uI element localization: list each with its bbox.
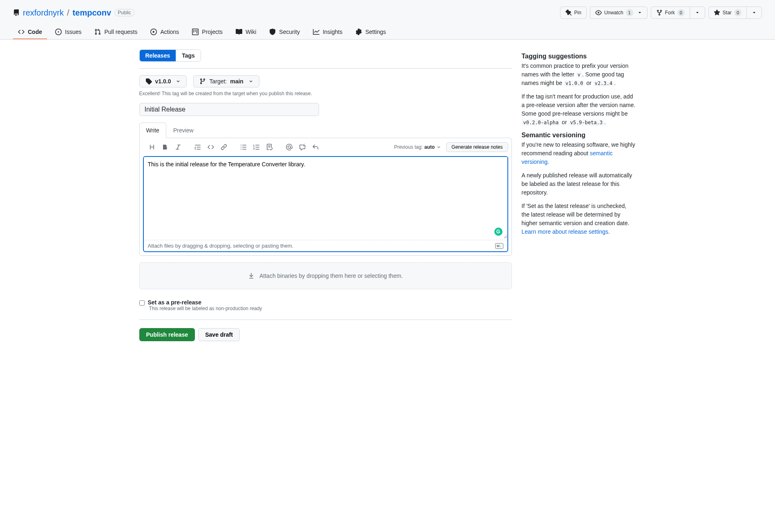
gear-icon — [355, 29, 362, 35]
link-icon[interactable] — [218, 141, 230, 153]
repo-nav: Code Issues Pull requests Actions Projec… — [13, 25, 762, 39]
chevron-down-icon — [637, 10, 642, 15]
chevron-down-icon — [752, 10, 757, 15]
semver-paragraph-3: If 'Set as the latest release' is unchec… — [522, 202, 636, 236]
prerelease-checkbox[interactable] — [139, 300, 145, 306]
book-icon — [236, 29, 242, 35]
semver-paragraph-2: A newly published release will automatic… — [522, 171, 636, 197]
chevron-down-icon — [436, 145, 441, 150]
tag-helper-text: Excellent! This tag will be created from… — [139, 91, 512, 96]
markdown-badge[interactable]: M↓ — [495, 243, 503, 249]
prerelease-label[interactable]: Set as a pre-release — [148, 299, 202, 306]
breadcrumb-slash: / — [67, 8, 69, 18]
branch-icon — [199, 78, 206, 85]
repo-name-link[interactable]: tempconv — [73, 8, 111, 18]
fork-menu-button[interactable] — [690, 7, 705, 19]
bold-icon[interactable] — [159, 141, 171, 153]
star-menu-button[interactable] — [746, 7, 762, 19]
subnav: Releases Tags — [139, 49, 201, 62]
chevron-down-icon — [248, 79, 253, 84]
tag-selector[interactable]: v1.0.0 — [139, 75, 187, 87]
play-icon — [150, 29, 157, 35]
nav-pull-requests[interactable]: Pull requests — [89, 25, 142, 39]
quote-icon[interactable] — [192, 141, 203, 153]
tag-value: v1.0.0 — [155, 78, 171, 85]
shield-icon — [269, 29, 276, 35]
tagging-heading: Tagging suggestions — [522, 53, 636, 60]
unwatch-button[interactable]: Unwatch 1 — [590, 7, 648, 19]
release-settings-link[interactable]: Learn more about release settings. — [522, 228, 610, 235]
graph-icon — [313, 29, 319, 35]
watch-count: 1 — [626, 9, 633, 16]
attach-hint-text[interactable]: Attach files by dragging & dropping, sel… — [148, 243, 294, 249]
pin-button[interactable]: Pin — [560, 7, 587, 19]
list-ol-icon[interactable] — [251, 141, 262, 153]
reply-icon[interactable] — [310, 141, 321, 153]
eye-icon — [595, 9, 602, 16]
write-tab[interactable]: Write — [139, 123, 166, 138]
publish-button[interactable]: Publish release — [139, 328, 195, 341]
nav-actions[interactable]: Actions — [145, 25, 184, 39]
tag-icon — [145, 78, 152, 85]
chevron-down-icon — [176, 79, 181, 84]
nav-projects[interactable]: Projects — [187, 25, 228, 39]
code-icon — [18, 29, 25, 35]
heading-icon[interactable] — [146, 141, 158, 153]
target-value: main — [230, 78, 243, 85]
visibility-badge: Public — [114, 9, 134, 16]
binaries-dropzone[interactable]: Attach binaries by dropping them here or… — [139, 262, 512, 289]
star-count: 0 — [734, 9, 741, 16]
mention-icon[interactable] — [284, 141, 295, 153]
repo-header: rexfordnyrk / tempconv Public Pin Unwatc… — [0, 0, 775, 40]
nav-wiki[interactable]: Wiki — [231, 25, 261, 39]
nav-code[interactable]: Code — [13, 25, 47, 39]
previous-tag-selector[interactable]: Previous tag: auto — [394, 144, 441, 150]
repo-icon — [13, 9, 20, 16]
save-draft-button[interactable]: Save draft — [198, 328, 240, 341]
target-selector[interactable]: Target: main — [193, 75, 259, 87]
pr-icon — [94, 29, 101, 35]
semver-paragraph-1: If you're new to releasing software, we … — [522, 141, 636, 166]
star-icon — [714, 9, 720, 16]
list-ul-icon[interactable] — [238, 141, 249, 153]
nav-security[interactable]: Security — [264, 25, 305, 39]
nav-insights[interactable]: Insights — [308, 25, 347, 39]
fork-count: 0 — [677, 9, 685, 16]
italic-icon[interactable] — [172, 141, 184, 153]
tasklist-icon[interactable] — [264, 141, 275, 153]
subnav-releases[interactable]: Releases — [140, 50, 176, 61]
prerelease-description: This release will be labeled as non-prod… — [149, 306, 512, 311]
fork-icon — [656, 9, 663, 16]
issue-icon — [55, 29, 62, 35]
binaries-hint-text: Attach binaries by dropping them here or… — [259, 273, 403, 279]
table-icon — [192, 29, 199, 35]
target-label: Target: — [209, 78, 227, 85]
generate-notes-button[interactable]: Generate release notes — [446, 142, 508, 152]
release-body-textarea[interactable] — [144, 157, 507, 239]
subnav-tags[interactable]: Tags — [176, 50, 201, 61]
star-button[interactable]: Star 0 — [708, 7, 747, 19]
tagging-paragraph-2: If the tag isn't meant for production us… — [522, 92, 636, 127]
release-title-input[interactable] — [139, 103, 319, 116]
code-icon[interactable] — [205, 141, 217, 153]
repo-owner-link[interactable]: rexfordnyrk — [23, 8, 64, 18]
cross-reference-icon[interactable] — [297, 141, 308, 153]
chevron-down-icon — [695, 10, 700, 15]
tagging-paragraph-1: It's common practice to prefix your vers… — [522, 62, 636, 87]
pin-icon — [565, 9, 572, 16]
semver-heading: Semantic versioning — [522, 132, 636, 139]
fork-button[interactable]: Fork 0 — [651, 7, 690, 19]
nav-issues[interactable]: Issues — [50, 25, 86, 39]
grammarly-icon[interactable]: G — [494, 228, 503, 236]
sidebar: Tagging suggestions It's common practice… — [522, 49, 636, 341]
preview-tab[interactable]: Preview — [166, 123, 201, 138]
nav-settings[interactable]: Settings — [351, 25, 391, 39]
download-icon — [248, 273, 255, 279]
